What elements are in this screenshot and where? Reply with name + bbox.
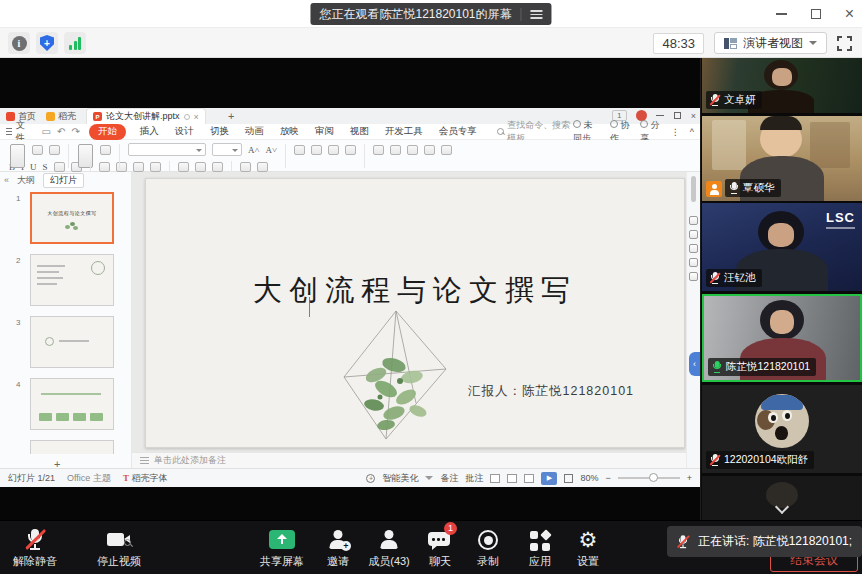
- close-button[interactable]: ×: [845, 6, 854, 22]
- wps-minimize-icon[interactable]: [656, 115, 664, 117]
- icon-library-icon[interactable]: [212, 162, 223, 172]
- align-left-icon[interactable]: [294, 145, 305, 155]
- wps-document-tab[interactable]: P 论文大创讲解.pptx ×: [86, 108, 206, 124]
- new-tab-button[interactable]: +: [228, 110, 234, 122]
- new-slide-icon[interactable]: [78, 144, 93, 168]
- help-pane-icon[interactable]: [689, 258, 698, 267]
- zoom-in-button[interactable]: +: [687, 473, 692, 483]
- copy-icon[interactable]: [49, 145, 60, 155]
- font-color-icon[interactable]: [54, 162, 65, 172]
- participant-tile[interactable]: 文卓妍: [702, 58, 862, 113]
- apps-button[interactable]: 应用: [518, 528, 562, 569]
- minimize-button[interactable]: [776, 13, 787, 15]
- reading-view-icon[interactable]: [524, 474, 534, 483]
- watching-banner[interactable]: 您正在观看陈芷悦121820101的屏幕: [310, 3, 551, 25]
- indent-icon[interactable]: [150, 162, 161, 172]
- zoom-percent[interactable]: 80%: [580, 473, 598, 483]
- wordart-icon[interactable]: [390, 145, 401, 155]
- bullets-icon[interactable]: [99, 162, 110, 172]
- beautify-caret-icon[interactable]: [425, 476, 433, 480]
- select-icon[interactable]: [257, 162, 268, 172]
- slide-thumbnail-4[interactable]: [30, 378, 114, 430]
- font-family-select[interactable]: [128, 143, 206, 156]
- scrollbar-thumb[interactable]: [691, 176, 696, 202]
- notes-bar[interactable]: 单击此处添加备注: [132, 452, 686, 468]
- invite-button[interactable]: + 邀请: [316, 528, 360, 569]
- status-docer-font[interactable]: T 稻壳字体: [123, 472, 168, 485]
- smart-beautify-button[interactable]: 智能美化: [382, 472, 418, 485]
- font-decrease-icon[interactable]: A˅: [266, 145, 278, 155]
- zoom-slider-knob[interactable]: [649, 473, 658, 482]
- members-button[interactable]: 成员(43): [358, 528, 420, 569]
- view-mode-button[interactable]: 演讲者视图: [714, 32, 827, 54]
- font-size-select[interactable]: [212, 143, 242, 156]
- table-icon[interactable]: [195, 162, 206, 172]
- textbox-icon[interactable]: [373, 145, 384, 155]
- picture-icon[interactable]: [407, 145, 418, 155]
- wps-docer-tab[interactable]: 稻壳: [46, 110, 76, 123]
- participant-tile-partial[interactable]: [702, 476, 862, 520]
- menu-devtools[interactable]: 开发工具: [385, 125, 423, 138]
- smartart-icon[interactable]: [178, 162, 189, 172]
- chart-icon[interactable]: [441, 145, 452, 155]
- find-icon[interactable]: [240, 162, 251, 172]
- stop-video-button[interactable]: 停止视频: [88, 528, 150, 569]
- fit-slide-icon[interactable]: [564, 474, 573, 483]
- participant-tile-active-speaker[interactable]: 陈芷悦121820101: [702, 294, 862, 382]
- animation-pane-icon[interactable]: [689, 230, 698, 239]
- slide-thumbnail-5-partial[interactable]: [30, 440, 114, 454]
- underline-icon[interactable]: U: [30, 162, 37, 172]
- menu-view[interactable]: 视图: [350, 125, 369, 138]
- settings-button[interactable]: ⚙ 设置: [566, 528, 610, 569]
- fullscreen-button[interactable]: [837, 36, 852, 51]
- cut-icon[interactable]: [32, 145, 43, 155]
- menu-insert[interactable]: 插入: [140, 125, 159, 138]
- panel-collapse-icon[interactable]: «: [4, 175, 9, 185]
- zoom-slider[interactable]: [618, 477, 680, 479]
- menu-home[interactable]: 开始: [89, 124, 126, 140]
- menu-transition[interactable]: 切换: [210, 125, 229, 138]
- note-button[interactable]: 备注: [440, 472, 458, 485]
- numbering-icon[interactable]: [116, 162, 127, 172]
- tab-outline[interactable]: 大纲: [17, 174, 35, 187]
- meeting-info-button[interactable]: i: [8, 32, 30, 54]
- save-icon[interactable]: ▭: [42, 126, 51, 137]
- maximize-button[interactable]: [811, 9, 821, 19]
- comment-button[interactable]: 批注: [465, 472, 483, 485]
- line-spacing-icon[interactable]: [133, 162, 144, 172]
- participant-tile[interactable]: 122020104欧阳舒: [702, 385, 862, 473]
- shapes-icon[interactable]: [424, 145, 435, 155]
- menu-member[interactable]: 会员专享: [439, 125, 477, 138]
- zoom-out-button[interactable]: −: [605, 473, 610, 483]
- menu-review[interactable]: 审阅: [315, 125, 334, 138]
- collapse-ribbon-icon[interactable]: ^: [690, 127, 694, 137]
- properties-icon[interactable]: [689, 216, 698, 225]
- participant-tile[interactable]: LSC 汪钇池: [702, 203, 862, 291]
- share-screen-button[interactable]: 共享屏幕: [252, 528, 312, 569]
- tab-slides[interactable]: 幻灯片: [43, 173, 84, 188]
- participant-tile[interactable]: 覃硕华: [702, 116, 862, 201]
- redo-icon[interactable]: ↷: [71, 126, 79, 137]
- justify-icon[interactable]: [345, 145, 356, 155]
- current-slide[interactable]: 大创流程与论文撰写: [145, 178, 685, 448]
- banner-menu-icon[interactable]: [531, 10, 543, 19]
- align-right-icon[interactable]: [328, 145, 339, 155]
- slide-thumbnail-2[interactable]: [30, 254, 114, 306]
- align-center-icon[interactable]: [311, 145, 322, 155]
- strike-icon[interactable]: S: [43, 162, 48, 172]
- selection-pane-icon[interactable]: [689, 244, 698, 253]
- sorter-view-icon[interactable]: [507, 474, 517, 483]
- record-button[interactable]: 录制: [466, 528, 510, 569]
- normal-view-icon[interactable]: [490, 474, 500, 483]
- status-theme[interactable]: Office 主题: [67, 472, 111, 485]
- network-button[interactable]: [64, 32, 86, 54]
- font-increase-icon[interactable]: A˄: [248, 145, 260, 155]
- chat-button[interactable]: 1 聊天: [418, 528, 462, 569]
- media-pane-icon[interactable]: [689, 272, 698, 281]
- slide-thumbnail-3[interactable]: [30, 316, 114, 368]
- more-icon[interactable]: ⋮: [671, 127, 680, 137]
- menu-animation[interactable]: 动画: [245, 125, 264, 138]
- security-button[interactable]: +: [36, 32, 58, 54]
- slide-thumbnail-1[interactable]: 大创流程与论文撰写: [30, 192, 114, 244]
- unmute-button[interactable]: 解除静音: [4, 528, 66, 569]
